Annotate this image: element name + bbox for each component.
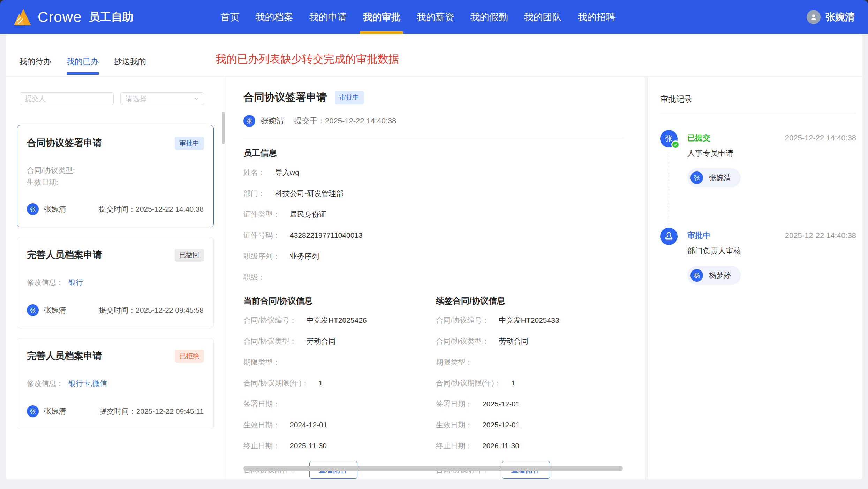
submit-time: 提交时间：2025-12-22 14:40:38 — [99, 204, 204, 214]
nav-item-my-attendance[interactable]: 我的假勤 — [470, 0, 508, 34]
field-label: 生效日期: — [27, 178, 58, 186]
nav-item-my-applications[interactable]: 我的申请 — [309, 0, 347, 34]
brand[interactable]: Crowe 员工自助 — [13, 8, 133, 26]
submitted-time: 提交于：2025-12-22 14:40:38 — [294, 116, 396, 126]
person-name: 杨梦婷 — [709, 270, 731, 280]
user-menu[interactable]: 张婉清 — [807, 10, 855, 24]
vertical-scrollbar-track[interactable] — [645, 77, 648, 479]
info-row: 职级： — [243, 267, 624, 288]
nav-menu: 首页 我的档案 我的申请 我的审批 我的薪资 我的假勤 我的团队 我的招聘 — [220, 0, 615, 34]
avatar: 张 — [690, 171, 703, 184]
submitter-search-input[interactable] — [20, 92, 114, 105]
avatar: 张 — [27, 304, 39, 316]
submitter-name: 张婉清 — [44, 305, 66, 315]
tab-cc-to-me[interactable]: 抄送我的 — [114, 34, 146, 76]
nav-item-my-team[interactable]: 我的团队 — [524, 0, 561, 34]
step-header: 审批中 2025-12-22 14:40:38 — [687, 230, 856, 241]
person-pill[interactable]: 张 张婉清 — [687, 168, 741, 187]
red-annotation-text: 我的已办列表缺少转交完成的审批数据 — [216, 52, 399, 67]
timeline-step-in-approval: 审批中 2025-12-22 14:40:38 部门负责人审核 杨 杨梦婷 — [660, 225, 856, 285]
card-title: 合同协议签署申请 — [27, 137, 102, 149]
status-select[interactable]: 请选择 — [120, 92, 204, 105]
status-badge: 已拒绝 — [175, 350, 204, 363]
approval-card-contract-signing[interactable]: 合同协议签署申请 审批中 合同/协议类型: 生效日期: 张 张婉清 提交时间：2… — [17, 125, 214, 227]
timeline-step-submitted: 张 已提交 2025-12-22 14:40:38 人事专员申请 张 — [660, 127, 856, 187]
person-name: 张婉清 — [709, 173, 731, 183]
step-time: 2025-12-22 14:40:38 — [785, 133, 856, 143]
field-value-link[interactable]: 银行卡,微信 — [68, 379, 107, 387]
approval-timeline: 张 已提交 2025-12-22 14:40:38 人事专员申请 张 — [660, 127, 856, 285]
card-head: 合同协议签署申请 审批中 — [27, 137, 204, 150]
info-row: 期限类型： — [436, 352, 624, 373]
nav-item-home[interactable]: 首页 — [220, 0, 239, 34]
submitter-name: 张婉清 — [261, 116, 284, 126]
info-row: 终止日期：2025-11-30 — [243, 435, 436, 456]
contract-columns: 当前合同/协议信息 合同/协议编号：中竞发HT2025426 合同/协议类型：劳… — [243, 293, 624, 479]
info-row: 合同/协议期限(年)：1 — [243, 373, 436, 394]
card-fields: 修改信息：银行卡,微信 — [27, 377, 204, 390]
info-row: 期限类型： — [243, 352, 436, 373]
tab-my-todo[interactable]: 我的待办 — [19, 34, 51, 76]
status-select-placeholder: 请选择 — [126, 94, 146, 104]
card-title: 完善人员档案申请 — [27, 249, 102, 261]
submit-time: 提交时间：2025-12-22 09:45:58 — [99, 305, 204, 315]
info-row: 职级序列：业务序列 — [243, 246, 624, 267]
step-status: 审批中 — [687, 230, 710, 241]
nav-item-my-recruiting[interactable]: 我的招聘 — [578, 0, 615, 34]
list-filters: 请选择 — [20, 92, 214, 105]
info-row: 合同/协议编号：中竞发HT2025433 — [436, 310, 624, 331]
divider — [243, 138, 624, 138]
info-row: 终止日期：2026-11-30 — [436, 435, 624, 456]
approval-card-profile-update-1[interactable]: 完善人员档案申请 已撤回 修改信息：银行 张 张婉清 提交时间：2025-12-… — [17, 237, 214, 328]
info-row: 生效日期：2024-12-01 — [243, 414, 436, 435]
tabs-bar: 我的待办 我的已办 抄送我的 我的已办列表缺少转交完成的审批数据 — [6, 34, 862, 77]
info-row: 合同/协议类型：劳动合同 — [436, 331, 624, 352]
employee-info-rows: 姓名：导入wq 部门：科技公司-研发管理部 证件类型：居民身份证 证件号码：43… — [243, 162, 624, 288]
card-fields: 合同/协议类型: 生效日期: — [27, 165, 204, 188]
card-head: 完善人员档案申请 已拒绝 — [27, 350, 204, 363]
app-name: 员工自助 — [89, 9, 133, 25]
nav-item-my-salary[interactable]: 我的薪资 — [416, 0, 454, 34]
detail-title: 合同协议签署申请 — [243, 90, 327, 105]
current-contract-column: 当前合同/协议信息 合同/协议编号：中竞发HT2025426 合同/协议类型：劳… — [243, 293, 436, 479]
info-row: 签署日期： — [243, 394, 436, 414]
horizontal-scrollbar-thumb[interactable] — [243, 466, 623, 471]
card-head: 完善人员档案申请 已撤回 — [27, 249, 204, 262]
nav-item-my-files[interactable]: 我的档案 — [255, 0, 293, 34]
step-header: 已提交 2025-12-22 14:40:38 — [687, 133, 856, 143]
check-badge-icon — [671, 140, 680, 149]
tab-my-done[interactable]: 我的已办 — [67, 34, 99, 76]
status-badge: 审批中 — [175, 137, 204, 150]
divider — [660, 114, 856, 114]
top-navbar: Crowe 员工自助 首页 我的档案 我的申请 我的审批 我的薪资 我的假勤 我… — [0, 0, 868, 34]
field-value-link[interactable]: 银行 — [68, 278, 83, 286]
info-row: 签署日期：2025-12-01 — [436, 394, 624, 414]
field-label: 修改信息： — [27, 278, 63, 286]
step-node-name: 人事专员申请 — [687, 148, 856, 159]
step-node-name: 部门负责人审核 — [687, 246, 856, 256]
info-row: 合同/协议编号：中竞发HT2025426 — [243, 310, 436, 331]
list-scrollbar-thumb[interactable] — [222, 112, 225, 144]
card-fields: 修改信息：银行 — [27, 276, 204, 289]
info-row: 姓名：导入wq — [243, 162, 624, 183]
info-row: 证件类型：居民身份证 — [243, 204, 624, 225]
nav-item-my-approvals[interactable]: 我的审批 — [363, 0, 400, 34]
brand-name: Crowe — [38, 9, 82, 25]
person-icon — [807, 10, 821, 24]
approval-card-profile-update-2[interactable]: 完善人员档案申请 已拒绝 修改信息：银行卡,微信 张 张婉清 提交时间：2025… — [17, 338, 214, 429]
approval-record-panel: 审批记录 张 已提交 2025-12-22 14 — [648, 77, 862, 479]
avatar: 张 — [243, 115, 255, 127]
field-label: 合同/协议类型: — [27, 166, 75, 174]
card-footer: 张 张婉清 提交时间：2025-12-22 09:45:58 — [27, 304, 204, 316]
renewal-contract-heading: 续签合同/协议信息 — [436, 295, 624, 306]
detail-submitter-row: 张 张婉清 提交于：2025-12-22 14:40:38 — [243, 115, 624, 127]
stamp-icon — [660, 228, 678, 245]
tabs: 我的待办 我的已办 抄送我的 — [19, 34, 146, 76]
person-pill[interactable]: 杨 杨梦婷 — [687, 266, 741, 285]
employee-section-heading: 员工信息 — [243, 147, 624, 159]
step-time: 2025-12-22 14:40:38 — [785, 231, 856, 240]
avatar: 杨 — [690, 269, 703, 282]
info-row: 证件号码：432822197711040013 — [243, 225, 624, 246]
detail-status-badge: 审批中 — [335, 91, 364, 104]
avatar: 张 — [27, 203, 39, 215]
